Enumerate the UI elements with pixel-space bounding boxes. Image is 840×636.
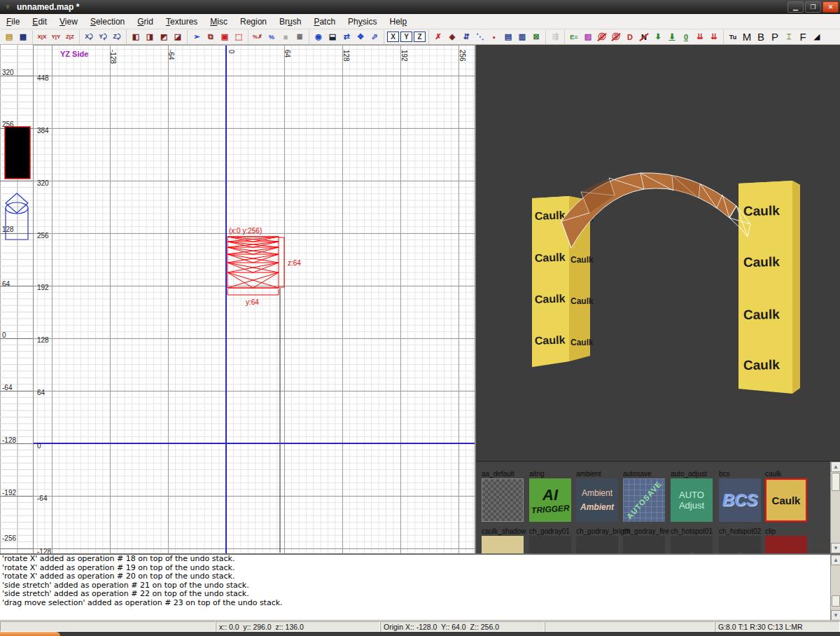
texture-tile-ch_hotspot01[interactable] — [671, 536, 713, 553]
no-seams-icon[interactable]: Ⓢ — [609, 30, 623, 44]
drop-floor-icon[interactable]: ⬇ — [665, 30, 679, 44]
drop-down-icon[interactable]: ⬇ — [651, 30, 665, 44]
texture-tile-bcs[interactable]: BCS — [719, 478, 761, 522]
swap-zy-icon[interactable]: ⇄ — [340, 30, 354, 44]
region-off-icon[interactable]: ⬚ — [232, 30, 246, 44]
free-rotate-icon[interactable]: ✥ — [354, 30, 368, 44]
texture-tile-ch_godray01[interactable] — [529, 536, 571, 553]
menu-file[interactable]: File — [0, 15, 26, 28]
texture-mix-icon[interactable]: ▨ — [581, 30, 595, 44]
texture-tile-ch_godray_bright[interactable] — [576, 536, 618, 553]
selected-patch[interactable] — [227, 237, 279, 288]
rotate-x-icon[interactable]: X⤸ — [82, 30, 96, 44]
menu-textures[interactable]: Textures — [160, 15, 204, 28]
grid-2d-view[interactable]: YZ Side (x:0 y:256) z:64 y:64 4483843202… — [34, 45, 475, 553]
texture-tile-auto_adjust[interactable]: AUTOAdjust — [671, 478, 713, 522]
menu-region[interactable]: Region — [234, 15, 273, 28]
texture-tile-ch_hotspot02[interactable] — [719, 536, 761, 553]
save-file-icon[interactable]: ▦ — [16, 30, 30, 44]
texture-name-ch_hotspot02: ch_hotspot02 — [719, 527, 761, 535]
texture-name-aitrig: aitrig — [529, 470, 545, 478]
lower-z-icon[interactable]: ⇊ — [693, 30, 707, 44]
sphere-view-icon[interactable]: ◉ — [312, 30, 326, 44]
texture-browser[interactable]: aa_defaultaitrigAITRIGGERambientAmbientA… — [476, 461, 840, 553]
console-scroll-down-icon[interactable]: ▼ — [831, 610, 840, 621]
entity-inspector-icon[interactable]: E≡ — [567, 30, 581, 44]
model-tool-button[interactable]: M — [740, 30, 754, 44]
menu-misc[interactable]: Misc — [204, 15, 234, 28]
texture-scale-x-icon[interactable]: %✗ — [251, 30, 265, 44]
z-scale-panel[interactable]: 320256128640-64-128-192-256 — [0, 45, 34, 553]
minimize-button[interactable]: ▁ — [788, 1, 804, 13]
no-curves-icon[interactable]: Ⓒ — [595, 30, 609, 44]
lock-entities-icon[interactable]: ▤ — [501, 30, 515, 44]
flip-x-icon[interactable]: X|X — [35, 30, 49, 44]
more-tools-icon[interactable]: ◢ — [810, 30, 824, 44]
prefab-tool-button[interactable]: P — [768, 30, 782, 44]
csg-clip-icon[interactable]: ◪ — [171, 30, 185, 44]
filter-tool-button[interactable]: F — [796, 30, 810, 44]
lower-all-icon[interactable]: ⇊ — [707, 30, 721, 44]
no-stretch-icon[interactable]: ⊠ — [529, 30, 543, 44]
console-scroll-up-icon[interactable]: ▲ — [831, 555, 840, 565]
rotate-y-icon[interactable]: Y⤸ — [96, 30, 110, 44]
no-nodraw-icon[interactable]: N — [637, 30, 651, 44]
menu-grid[interactable]: Grid — [131, 15, 160, 28]
csg-subtract-icon[interactable]: ◩ — [157, 30, 171, 44]
restore-button[interactable]: ❐ — [805, 1, 821, 13]
disabled-move-icon[interactable]: ⇶ — [548, 30, 562, 44]
layer-icon[interactable]: ≣ — [293, 30, 307, 44]
axis-y-button[interactable]: Y — [400, 32, 412, 42]
console-scroll-thumb[interactable] — [832, 595, 840, 607]
camera-window-icon[interactable]: ⬓ — [326, 30, 340, 44]
terrain-tool-button[interactable]: Tu — [726, 30, 740, 44]
cpu-disable-icon[interactable]: ✗ — [431, 30, 445, 44]
reset-origin-icon[interactable]: 0 — [679, 30, 693, 44]
texture-scroll-thumb[interactable] — [832, 473, 840, 491]
texture-tile-caulk[interactable]: Caulk — [765, 478, 807, 522]
menu-edit[interactable]: Edit — [26, 15, 53, 28]
console-log[interactable]: 'rotate X' added as operation # 18 on to… — [0, 553, 840, 621]
texture-tile-ambient[interactable]: AmbientAmbient — [576, 478, 618, 522]
rotate-z-icon[interactable]: Z⤸ — [110, 30, 124, 44]
menu-patch[interactable]: Patch — [307, 15, 342, 28]
flip-z-icon[interactable]: Z|Z — [63, 30, 77, 44]
console-scrollbar[interactable]: ▲ ▼ — [830, 555, 840, 621]
axis-x-button[interactable]: X — [387, 32, 399, 42]
detail-brush-icon[interactable]: D — [623, 30, 637, 44]
drag-view-icon[interactable]: ⬀ — [368, 30, 382, 44]
texture-tile-ch_godray_fire[interactable] — [623, 536, 665, 553]
texture-scrollbar[interactable]: ▲ ▼ — [830, 462, 840, 553]
flip-y-icon[interactable]: Y|Y — [49, 30, 63, 44]
lock-textures-icon[interactable]: ▥ — [515, 30, 529, 44]
menu-view[interactable]: View — [53, 15, 84, 28]
close-button[interactable]: ✕ — [822, 1, 839, 13]
axis-z-button[interactable]: Z — [414, 32, 426, 42]
vertex-mode-icon[interactable]: ▪ — [487, 30, 501, 44]
curve-path-icon[interactable]: ➣ — [190, 30, 204, 44]
csg-merge-icon[interactable]: ◨ — [143, 30, 157, 44]
texture-scroll-up-icon[interactable]: ▲ — [831, 462, 840, 472]
texture-scale-icon[interactable]: % — [265, 30, 279, 44]
texture-tile-caulk_shadow[interactable]: Caulk — [482, 536, 524, 553]
brush-tool-button[interactable]: B — [754, 30, 768, 44]
level-icon[interactable]: ≡ — [279, 30, 293, 44]
texture-tile-clip[interactable]: Clip — [765, 536, 807, 553]
menu-help[interactable]: Help — [383, 15, 413, 28]
menu-physics[interactable]: Physics — [342, 15, 383, 28]
lattice-icon[interactable]: ◈ — [445, 30, 459, 44]
csg-hollow-icon[interactable]: ◧ — [129, 30, 143, 44]
texture-tile-autosave[interactable]: AUTOSAVE — [623, 478, 665, 522]
texture-tile-aa_default[interactable] — [482, 478, 524, 522]
clone-brush-icon[interactable]: ⧉ — [204, 30, 218, 44]
camera-3d-view[interactable]: CaulkCaulkCaulkCaulkCaulkCaulkCaulkCaulk… — [476, 45, 840, 461]
open-file-icon[interactable]: ▤ — [2, 30, 16, 44]
stamp-tool-icon[interactable]: ⌶ — [782, 30, 796, 44]
texture-scroll-down-icon[interactable]: ▼ — [831, 543, 840, 553]
texture-tile-aitrig[interactable]: AITRIGGER — [529, 478, 571, 522]
clipper-icon[interactable]: ⋱ — [473, 30, 487, 44]
menu-brush[interactable]: Brush — [273, 15, 307, 28]
region-set-icon[interactable]: ▣ — [218, 30, 232, 44]
menu-selection[interactable]: Selection — [84, 15, 131, 28]
move-axis-icon[interactable]: ⇵ — [459, 30, 473, 44]
